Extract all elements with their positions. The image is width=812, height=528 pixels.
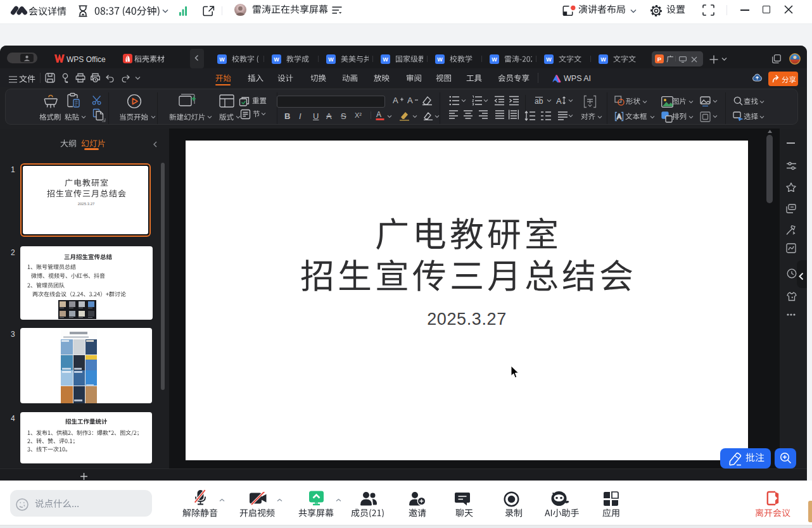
svg-text:A: A [407,96,413,105]
svg-text:W: W [274,56,279,63]
svg-text:A: A [376,110,381,119]
svg-text:A: A [393,96,398,105]
svg-text:P: P [657,56,662,63]
svg-text:ab: ab [535,97,543,106]
svg-text:W: W [600,56,606,63]
svg-text:A: A [617,113,622,120]
svg-text:W: W [383,56,388,63]
svg-text:W: W [328,56,334,63]
svg-text:W: W [437,56,443,63]
svg-text:W: W [492,56,497,63]
svg-text:A: A [556,96,562,106]
svg-text:W: W [219,56,225,63]
svg-text:W: W [546,56,552,63]
